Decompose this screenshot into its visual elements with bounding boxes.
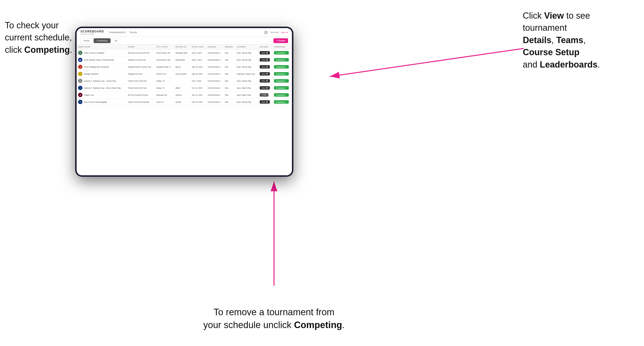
logo-subtitle: Powered by clippi xyxy=(80,33,104,35)
view-button[interactable]: View i xyxy=(260,51,270,54)
cell-venue: Trinity Forest Golf Club xyxy=(126,84,155,92)
signout-link[interactable]: Sign out xyxy=(281,31,288,33)
cell-event-name: P Papago Individual xyxy=(76,70,126,77)
tab-all[interactable]: All xyxy=(112,38,120,43)
cell-scoring: team, Stroke Play xyxy=(236,49,258,56)
cell-division: NCAA Division I xyxy=(206,84,224,92)
table-row: J Jackson T. Stephens Cup – Men's Match … xyxy=(76,84,292,92)
view-button[interactable]: View i xyxy=(260,79,270,83)
cell-actions: View i xyxy=(258,77,272,84)
cell-division: NCAA Division I xyxy=(206,49,224,56)
cell-hosted-by: Hawaii xyxy=(174,99,190,106)
scoreboard-logo: SCOREBOARD Powered by clippi xyxy=(80,30,104,35)
cell-scoring: team, Match Play xyxy=(236,92,258,99)
cell-city-state: Sammamish, WA xyxy=(155,56,174,63)
cell-venue: Olympia Fields Country Club xyxy=(126,63,155,70)
cell-start-date: Sep 9, 2023 xyxy=(190,56,206,63)
cell-venue: Trinity Forest Golf Club xyxy=(126,77,155,84)
col-event-name: EVENT NAME xyxy=(76,44,126,49)
cell-start-date: Oct 11, 2023 xyxy=(190,84,206,92)
teams-bold-label: Teams xyxy=(556,35,583,45)
view-button[interactable]: View i xyxy=(260,72,270,76)
cell-hosted-by xyxy=(174,77,190,84)
cell-start-date: Sep 4, 2023 xyxy=(190,49,206,56)
cell-competing: Competing ✓ xyxy=(272,56,292,63)
leaderboards-bold-label: Leaderboards xyxy=(540,60,598,69)
cell-scoring: team, Stroke Play xyxy=(236,99,258,106)
competing-button[interactable]: Competing ✓ xyxy=(274,51,289,54)
cell-scoring: team, Match Play xyxy=(236,84,258,92)
cell-competing: Competing ✓ xyxy=(272,70,292,77)
cell-start-date: Jan 14, 2024 xyxy=(190,92,206,99)
create-button[interactable]: + Create xyxy=(274,38,288,43)
table-row: I OFCC Fighting Illini Invitational Olym… xyxy=(76,63,292,70)
annotation-bottom: To remove a tournament from your schedul… xyxy=(189,306,359,332)
cell-city-state: Dallas, TX xyxy=(155,77,174,84)
cell-division: NCAA Division I xyxy=(206,99,224,106)
tab-home[interactable]: Home xyxy=(80,38,92,43)
nav-tournaments[interactable]: TOURNAMENTS xyxy=(109,31,126,34)
table-row: W 2023 Sahalee Players Championship Saha… xyxy=(76,56,292,63)
cell-city-state: Lihue, HI xyxy=(155,99,174,106)
cell-event-name: H John A. Burns Intercollegiate xyxy=(76,99,126,106)
col-actions: ACTIONS xyxy=(258,44,272,49)
tournaments-table: EVENT NAME VENUE CITY, STATE HOSTED BY S… xyxy=(76,44,292,106)
nav-teams[interactable]: TEAMS xyxy=(130,31,137,34)
cell-gender: Men xyxy=(224,77,236,84)
col-city-state: CITY, STATE xyxy=(155,44,174,49)
svg-line-2 xyxy=(330,48,524,76)
edit-button[interactable]: ✏ Edit xyxy=(260,93,268,97)
cell-actions: View i xyxy=(258,49,272,56)
cell-event-name: W 2023 Sahalee Players Championship xyxy=(76,56,126,63)
table-body: F Folds of Honor Collegiate American Dun… xyxy=(76,49,292,106)
col-gender: GENDER xyxy=(224,44,236,49)
competing-button[interactable]: Competing ✓ xyxy=(274,58,289,61)
cell-venue: American Dunes Golf Club xyxy=(126,49,155,56)
col-start-date: START DATE xyxy=(190,44,206,49)
view-button[interactable]: View i xyxy=(260,65,270,68)
cell-actions: ✏ Edit xyxy=(258,92,272,99)
view-button[interactable]: View i xyxy=(260,58,270,61)
cell-actions: View i xyxy=(258,70,272,77)
cell-scoring: individual, Stroke Play xyxy=(236,70,258,77)
course-setup-bold-label: Course Setup xyxy=(523,47,580,57)
competing-button[interactable]: Competing ✓ xyxy=(274,65,289,68)
topnav-right: Test User Sign out xyxy=(264,30,288,34)
team-logo-icon: I xyxy=(78,65,82,69)
cell-event-name: A Copper Cup xyxy=(76,92,126,99)
cell-start-date: Sep 18, 2023 xyxy=(190,70,206,77)
view-button[interactable]: View i xyxy=(260,86,270,90)
competing-button[interactable]: Competing ✓ xyxy=(274,79,289,83)
cell-venue: Ak-Chin Southern Dunes xyxy=(126,92,155,99)
competing-button[interactable]: Competing ✓ xyxy=(274,100,289,104)
tab-competing[interactable]: Competing xyxy=(94,38,110,43)
app-container: SCOREBOARD Powered by clippi TOURNAMENTS… xyxy=(76,28,292,175)
col-division: DIVISION xyxy=(206,44,224,49)
cell-competing: Competing ✓ xyxy=(272,49,292,56)
table-row: J Jackson T. Stephens Cup – Stroke Play … xyxy=(76,77,292,84)
cell-hosted-by: ABAC xyxy=(174,84,190,92)
top-navigation: SCOREBOARD Powered by clippi TOURNAMENTS… xyxy=(76,28,292,37)
cell-hosted-by: Michigan State xyxy=(174,49,190,56)
competing-button[interactable]: Competing ✓ xyxy=(274,72,289,76)
logo-title: SCOREBOARD xyxy=(80,30,104,33)
annotation-top-right: Click View to see tournament Details, Te… xyxy=(523,10,639,71)
competing-button[interactable]: Competing ✓ xyxy=(274,86,289,90)
cell-city-state: Dallas, TX xyxy=(155,84,174,92)
cell-hosted-by: Arizona State xyxy=(174,70,190,77)
cell-venue: Ocean Course At Hokuala xyxy=(126,99,155,106)
col-hosted-by: HOSTED BY xyxy=(174,44,190,49)
view-button[interactable]: View i xyxy=(260,100,270,104)
cell-division: NCAA Division I xyxy=(206,70,224,77)
tablet-device: SCOREBOARD Powered by clippi TOURNAMENTS… xyxy=(75,27,294,177)
view-bold-label: View xyxy=(544,11,564,20)
cell-city-state: Olympia Fields, IL xyxy=(155,63,174,70)
cell-competing: Competing ✓ xyxy=(272,84,292,92)
table-row: A Copper Cup Ak-Chin Southern Dunes Mari… xyxy=(76,92,292,99)
cell-event-name: J Jackson T. Stephens Cup – Men's Match … xyxy=(76,84,126,92)
cell-competing: Competing ✓ xyxy=(272,77,292,84)
cell-start-date: Sep 15, 2023 xyxy=(190,63,206,70)
cell-hosted-by: Washington xyxy=(174,56,190,63)
cell-gender: Men xyxy=(224,56,236,63)
competing-button[interactable]: Competing ✓ xyxy=(274,93,289,97)
